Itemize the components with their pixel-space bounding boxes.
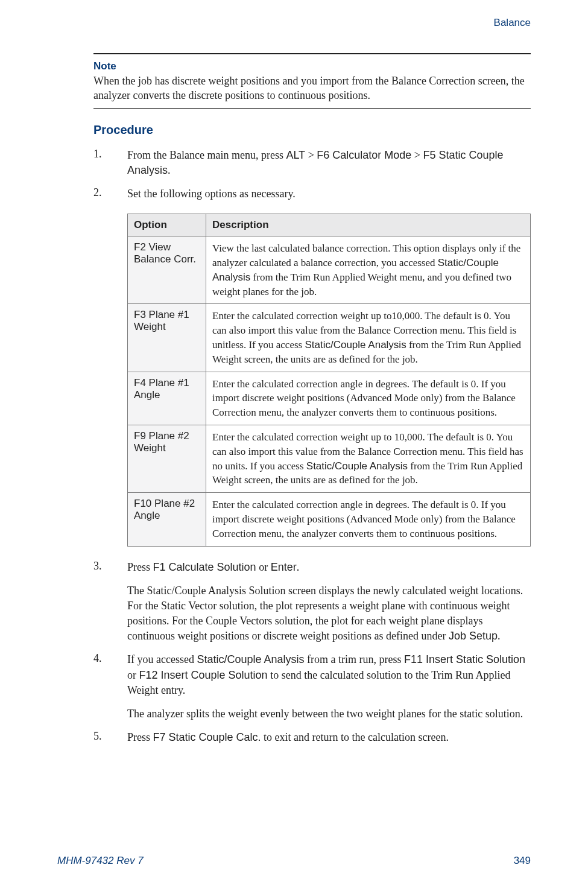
procedure-list: 1. From the Balance main menu, press ALT…: [93, 148, 531, 202]
page-number: 349: [514, 855, 531, 867]
option-cell: F10 Plane #2 Angle: [128, 493, 206, 546]
note-rule: [93, 108, 531, 109]
description-cell: View the last calculated balance correct…: [206, 236, 531, 304]
step-body: Press F7 Static Couple Calc. to exit and…: [127, 730, 531, 745]
step-body: If you accessed Static/Couple Analysis f…: [127, 652, 531, 722]
text: or: [256, 561, 271, 573]
doc-id: MHM-97432 Rev 7: [57, 855, 144, 867]
page-footer: MHM-97432 Rev 7 349: [57, 855, 531, 867]
ui-term: Static/Couple Analysis: [305, 339, 406, 351]
ui-term: Static/Couple Analysis: [306, 460, 408, 472]
ui-term: Job Setup: [449, 630, 498, 642]
step-number: 5.: [93, 730, 127, 745]
key-f12: F12 Insert Couple Solution: [139, 669, 268, 681]
key-f6: F6 Calculator Mode: [317, 149, 411, 161]
table-row: F4 Plane #1 Angle Enter the calculated c…: [128, 372, 531, 425]
step-4: 4. If you accessed Static/Couple Analysi…: [93, 652, 531, 722]
step-body: Press F1 Calculate Solution or Enter. Th…: [127, 560, 531, 644]
table-row: F9 Plane #2 Weight Enter the calculated …: [128, 425, 531, 492]
key-f7: F7 Static Couple Calc.: [153, 731, 261, 743]
table-row: F2 View Balance Corr. View the last calc…: [128, 236, 531, 304]
text: or: [127, 669, 139, 681]
key-alt: ALT: [286, 149, 305, 161]
step-body: From the Balance main menu, press ALT > …: [127, 148, 531, 178]
page-content: Note When the job has discrete weight po…: [93, 60, 531, 753]
text: from the Trim Run Applied Weight menu, a…: [212, 271, 511, 297]
note-text: When the job has discrete weight positio…: [93, 74, 531, 103]
step-1: 1. From the Balance main menu, press ALT…: [93, 148, 531, 178]
description-cell: Enter the calculated correction angle in…: [206, 493, 531, 546]
step-body: Set the following options as necessary.: [127, 186, 531, 201]
text: .: [498, 630, 501, 642]
text: >: [305, 149, 317, 161]
ui-term: Static/Couple Analysis: [197, 653, 304, 665]
step-paragraph: The analyzer splits the weight evenly be…: [127, 706, 531, 722]
step-number: 4.: [93, 652, 127, 722]
step-number: 3.: [93, 560, 127, 644]
document-page: Balance Note When the job has discrete w…: [0, 0, 588, 885]
description-cell: Enter the calculated correction weight u…: [206, 425, 531, 492]
col-option: Option: [128, 214, 206, 236]
step-3: 3. Press F1 Calculate Solution or Enter.…: [93, 560, 531, 644]
option-cell: F9 Plane #2 Weight: [128, 425, 206, 492]
step-number: 2.: [93, 186, 127, 201]
text: .: [297, 561, 300, 573]
top-rule: [93, 53, 531, 54]
key-enter: Enter: [271, 561, 297, 573]
procedure-list-cont: 3. Press F1 Calculate Solution or Enter.…: [93, 560, 531, 746]
col-description: Description: [206, 214, 531, 236]
text: >: [411, 149, 423, 161]
note-label: Note: [93, 60, 531, 72]
option-cell: F2 View Balance Corr.: [128, 236, 206, 304]
step-number: 1.: [93, 148, 127, 178]
description-cell: Enter the calculated correction weight u…: [206, 304, 531, 372]
step-paragraph: The Static/Couple Analysis Solution scre…: [127, 583, 531, 644]
option-cell: F3 Plane #1 Weight: [128, 304, 206, 372]
text: to exit and return to the calculation sc…: [261, 731, 449, 743]
table-header-row: Option Description: [128, 214, 531, 236]
header-section-label: Balance: [494, 17, 531, 29]
text: If you accessed: [127, 653, 197, 665]
text: from a trim run, press: [305, 653, 404, 665]
key-f1: F1 Calculate Solution: [153, 561, 256, 573]
option-cell: F4 Plane #1 Angle: [128, 372, 206, 425]
text: .: [168, 164, 171, 176]
description-cell: Enter the calculated correction angle in…: [206, 372, 531, 425]
step-2: 2. Set the following options as necessar…: [93, 186, 531, 201]
text: From the Balance main menu, press: [127, 149, 286, 161]
text: Press: [127, 731, 153, 743]
text: Press: [127, 561, 153, 573]
procedure-heading: Procedure: [93, 123, 531, 137]
key-f11: F11 Insert Static Solution: [404, 653, 525, 665]
step-5: 5. Press F7 Static Couple Calc. to exit …: [93, 730, 531, 745]
options-table: Option Description F2 View Balance Corr.…: [127, 214, 531, 546]
table-row: F10 Plane #2 Angle Enter the calculated …: [128, 493, 531, 546]
table-row: F3 Plane #1 Weight Enter the calculated …: [128, 304, 531, 372]
